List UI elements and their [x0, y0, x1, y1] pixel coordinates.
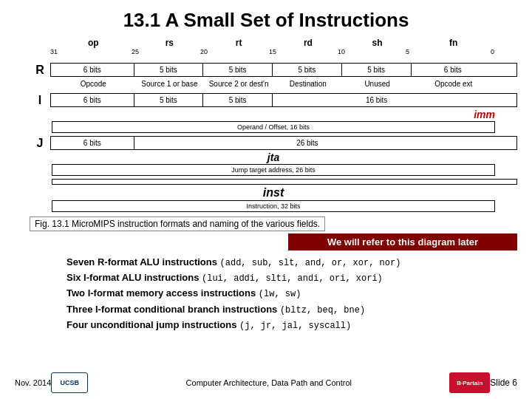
- r-sublabels: Opcode Source 1 or base Source 2 or dest…: [52, 80, 517, 89]
- operand-text: Operand / Offset, 16 bits: [237, 123, 310, 131]
- r-sub-dest: Destination: [273, 80, 343, 89]
- bpartain-logo: B·Partain: [449, 372, 490, 393]
- instr-mono-5: (j, jr, jal, syscall): [239, 321, 351, 331]
- i-letter: I: [30, 94, 50, 107]
- inst-bits: [52, 180, 516, 184]
- instr-line-4: Three I-format conditional branch instru…: [66, 302, 480, 318]
- j-target-bits: 26 bits: [134, 137, 481, 149]
- page-title: 13.1 A Small Set of Instructions: [0, 0, 532, 38]
- r-sub-opcode: Opcode: [52, 80, 135, 89]
- bit-20: 20: [200, 48, 208, 55]
- instr-line-1: Seven R-format ALU instructions (add, su…: [66, 255, 480, 270]
- j-fields: 6 bits 26 bits: [50, 136, 517, 150]
- footer-date: Nov. 2014: [15, 378, 51, 387]
- r-fields: 6 bits 5 bits 5 bits 5 bits 5 bits 6 bit…: [50, 63, 517, 77]
- i-rs-bits: 5 bits: [134, 94, 204, 106]
- inst-label: inst: [52, 186, 495, 200]
- footer: Nov. 2014 UCSB Computer Architecture, Da…: [0, 372, 532, 393]
- field-op: op: [52, 38, 135, 48]
- field-labels-row: op rs rt rd sh fn: [52, 38, 495, 48]
- instr-bold-4: Three I-format conditional branch instru…: [66, 304, 280, 315]
- r-sub-opcodeext: Opcode ext: [412, 80, 496, 89]
- j-letter: J: [30, 137, 50, 150]
- r-fn-bits: 6 bits: [412, 64, 495, 76]
- r-sh-bits: 5 bits: [342, 64, 412, 76]
- instr-bold-1: Seven R-format ALU instructions: [66, 256, 220, 267]
- r-sub-source1: Source 1 or base: [135, 80, 205, 89]
- fig-caption: Fig. 13.1 MicroMIPS instruction formats …: [30, 216, 502, 231]
- instr-bold-5: Four unconditional jump instructions: [66, 319, 239, 330]
- r-rt-bits: 5 bits: [203, 64, 273, 76]
- bit-0: 0: [491, 48, 494, 55]
- i-format-row: I 6 bits 5 bits 5 bits 16 bits: [30, 93, 517, 107]
- instr-mono-3: (lw, sw): [259, 289, 301, 299]
- r-letter: R: [30, 64, 50, 77]
- j-format-row: J 6 bits 26 bits: [30, 136, 517, 150]
- i-rt-bits: 5 bits: [203, 94, 273, 106]
- r-sub-source2: Source 2 or dest'n: [204, 80, 273, 89]
- r-format-row: R 6 bits 5 bits 5 bits 5 bits 5 bits 6 b…: [30, 63, 517, 77]
- instruction-text: Instruction, 32 bits: [246, 202, 300, 210]
- slide-label: Slide 6: [490, 378, 517, 388]
- jta-label: jta: [52, 151, 495, 163]
- jump-target-label: Jump target address, 26 bits: [52, 164, 495, 176]
- instr-mono-4: (bltz, beq, bne): [280, 305, 365, 316]
- ucsb-logo: UCSB: [51, 372, 88, 393]
- instr-diagram: op rs rt rd sh fn 31 25 20 15 10 5 0 0 R…: [30, 38, 517, 212]
- field-rt: rt: [204, 38, 273, 48]
- field-rs: rs: [135, 38, 205, 48]
- imm-label: imm: [52, 109, 495, 120]
- j-op-bits: 6 bits: [51, 137, 134, 149]
- refer-banner: We will refer to this diagram later: [288, 233, 517, 250]
- r-op-bits: 6 bits: [51, 64, 134, 76]
- r-sub-unused: Unused: [343, 80, 412, 89]
- operand-label: Operand / Offset, 16 bits: [52, 121, 495, 133]
- i-op-bits: 6 bits: [51, 94, 134, 106]
- instr-bold-2: Six I-format ALU instructions: [66, 272, 202, 283]
- field-rd: rd: [273, 38, 343, 48]
- inst-row: [30, 179, 517, 185]
- bit-10: 10: [338, 48, 345, 55]
- r-rd-bits: 5 bits: [273, 64, 342, 76]
- i-imm-bits: 16 bits: [273, 94, 480, 106]
- instr-line-3: Two I-format memory access instructions …: [66, 286, 480, 301]
- jump-text: Jump target address, 26 bits: [231, 166, 316, 174]
- instr-line-5: Four unconditional jump instructions (j,…: [66, 318, 480, 333]
- inst-fields: [52, 179, 517, 185]
- bit-5: 5: [406, 48, 409, 55]
- diagram-area: op rs rt rd sh fn 31 25 20 15 10 5 0 0 R…: [22, 38, 510, 333]
- instr-mono-2: (lui, addi, slti, andi, ori, xori): [202, 273, 383, 284]
- field-fn: fn: [412, 38, 496, 48]
- bit-15: 15: [269, 48, 276, 55]
- bit-positions: 31 25 20 15 10 5 0 0: [50, 48, 497, 55]
- r-rs-bits: 5 bits: [134, 64, 204, 76]
- instr-line-2: Six I-format ALU instructions (lui, addi…: [66, 270, 480, 286]
- i-fields: 6 bits 5 bits 5 bits 16 bits: [50, 93, 517, 107]
- instr-mono-1: (add, sub, slt, and, or, xor, nor): [220, 258, 401, 268]
- instructions-list: Seven R-format ALU instructions (add, su…: [66, 255, 480, 333]
- instr-bold-3: Two I-format memory access instructions: [66, 287, 259, 299]
- fig-caption-text: Fig. 13.1 MicroMIPS instruction formats …: [30, 216, 325, 231]
- footer-center-text: Computer Architecture, Data Path and Con…: [88, 378, 449, 387]
- field-sh: sh: [343, 38, 412, 48]
- instruction-label: Instruction, 32 bits: [52, 200, 495, 212]
- bit-25: 25: [132, 48, 139, 55]
